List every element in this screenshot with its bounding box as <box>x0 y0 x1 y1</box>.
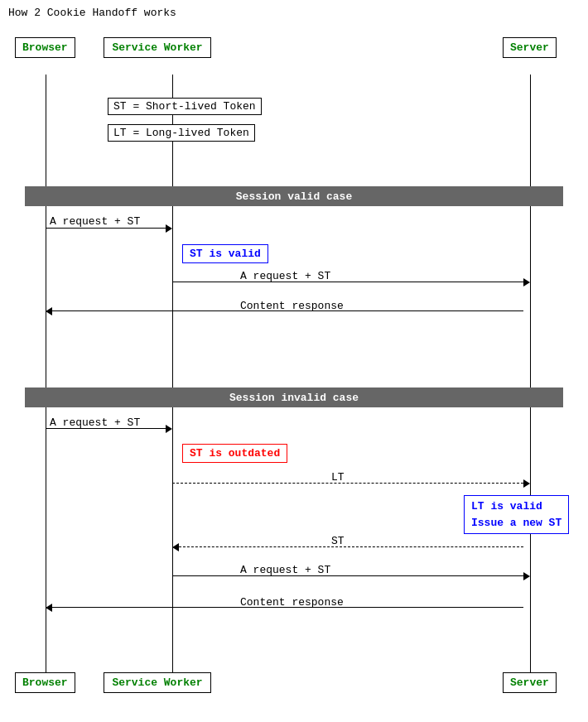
diagram-container: How 2 Cookie Handoff works Browser Servi… <box>0 0 588 722</box>
arrow-lt-1 <box>172 483 530 484</box>
diagram-title: How 2 Cookie Handoff works <box>8 7 176 19</box>
label-st-back: ST <box>331 535 345 547</box>
label-content-resp-2: Content response <box>240 596 344 609</box>
service-worker-actor-bottom: Service Worker <box>104 672 211 693</box>
arrow-req-st-2 <box>172 282 530 282</box>
st-definition: ST = Short-lived Token <box>108 98 262 115</box>
session-invalid-bar: Session invalid case <box>25 387 563 407</box>
arrow-req-st-1 <box>46 228 172 229</box>
label-lt-1: LT <box>331 471 345 484</box>
lt-valid-box: LT is validIssue a new ST <box>464 495 569 534</box>
browser-lifeline <box>46 75 46 681</box>
arrow-req-st-4 <box>172 575 530 576</box>
label-req-st-3: A request + ST <box>50 416 140 429</box>
label-content-resp-1: Content response <box>240 300 344 312</box>
service-worker-lifeline <box>172 75 173 681</box>
session-valid-bar: Session valid case <box>25 186 563 206</box>
server-lifeline <box>530 75 531 681</box>
server-actor-bottom: Server <box>503 672 557 693</box>
lt-definition: LT = Long-lived Token <box>108 124 255 142</box>
label-req-st-1: A request + ST <box>50 215 140 228</box>
arrow-st-back <box>172 546 530 547</box>
browser-actor-bottom: Browser <box>15 672 75 693</box>
st-outdated-box: ST is outdated <box>182 444 287 463</box>
st-valid-box: ST is valid <box>182 244 268 263</box>
service-worker-actor-top: Service Worker <box>104 37 211 58</box>
server-actor-top: Server <box>503 37 557 58</box>
browser-actor-top: Browser <box>15 37 75 58</box>
label-req-st-4: A request + ST <box>240 564 330 576</box>
label-req-st-2: A request + ST <box>240 270 330 282</box>
